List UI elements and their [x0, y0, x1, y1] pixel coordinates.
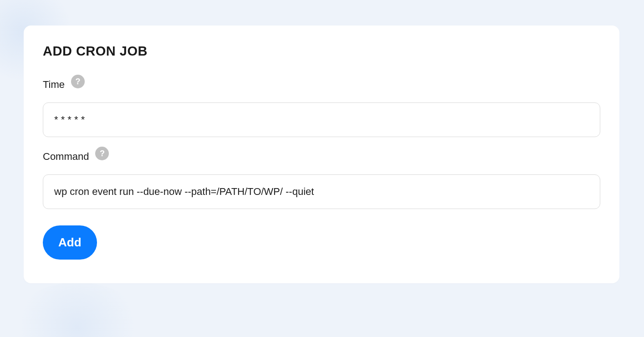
help-icon[interactable]: ? — [95, 147, 109, 160]
help-icon[interactable]: ? — [71, 75, 85, 88]
add-cron-job-card: ADD CRON JOB Time ? Command ? Add — [24, 26, 619, 283]
time-field-group: Time ? — [43, 79, 600, 137]
command-label-row: Command ? — [43, 151, 600, 163]
command-input[interactable] — [43, 174, 600, 209]
command-field-group: Command ? — [43, 151, 600, 209]
time-label-row: Time ? — [43, 79, 600, 91]
time-label: Time — [43, 79, 65, 91]
card-title: ADD CRON JOB — [43, 44, 600, 59]
time-input[interactable] — [43, 102, 600, 137]
add-button[interactable]: Add — [43, 225, 97, 260]
command-label: Command — [43, 151, 89, 163]
